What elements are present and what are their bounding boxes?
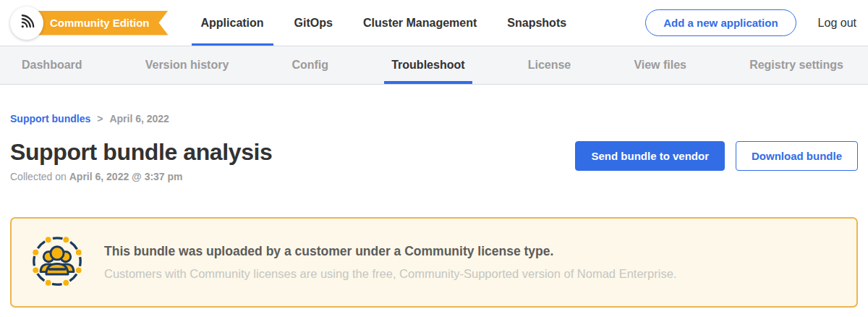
sub-nav-tab[interactable]: Config — [292, 46, 328, 84]
collected-timestamp: Collected on April 6, 2022 @ 3:37 pm — [10, 171, 272, 182]
header-buttons: Send bundle to vendor Download bundle — [575, 141, 858, 171]
collected-date: April 6, 2022 @ 3:37 pm — [69, 171, 183, 182]
sub-nav-tab[interactable]: Dashboard — [22, 46, 82, 84]
main-content: Support bundles > April 6, 2022 Support … — [0, 113, 868, 308]
breadcrumb-current: April 6, 2022 — [109, 113, 169, 124]
page-title: Support bundle analysis — [10, 139, 272, 166]
top-nav-tab[interactable]: Application — [186, 0, 279, 46]
add-new-application-button[interactable]: Add a new application — [645, 9, 796, 36]
notice-title: This bundle was uploaded by a customer u… — [104, 244, 676, 259]
download-bundle-button[interactable]: Download bundle — [736, 141, 858, 171]
top-nav-tabs: Application GitOps Cluster Management Sn… — [186, 0, 582, 46]
sub-nav-tab[interactable]: License — [528, 46, 571, 84]
community-people-icon — [29, 233, 85, 292]
send-bundle-to-vendor-button[interactable]: Send bundle to vendor — [575, 141, 725, 171]
top-nav-bar: Community Edition Application GitOps Clu… — [0, 0, 868, 46]
app-sub-nav: Dashboard Version history Config Trouble… — [0, 46, 868, 85]
sub-nav-tab[interactable]: Version history — [145, 46, 229, 84]
sub-nav-tab[interactable]: View files — [634, 46, 686, 84]
page-title-block: Support bundle analysis Collected on Apr… — [10, 139, 272, 182]
logout-link[interactable]: Log out — [818, 17, 856, 30]
brand: Community Edition — [10, 7, 169, 40]
page-header-row: Support bundle analysis Collected on Apr… — [10, 139, 858, 182]
breadcrumb-separator: > — [97, 113, 103, 124]
sub-nav-tab[interactable]: Troubleshoot — [391, 46, 464, 84]
top-nav-tab[interactable]: GitOps — [279, 0, 348, 46]
replicated-logo-icon — [17, 12, 37, 35]
sub-nav-tab[interactable]: Registry settings — [749, 46, 843, 84]
top-nav-tab[interactable]: Snapshots — [492, 0, 582, 46]
collected-prefix: Collected on — [10, 171, 67, 182]
community-license-notice: This bundle was uploaded by a customer u… — [10, 217, 858, 308]
notice-body: Customers with Community licenses are us… — [104, 267, 676, 281]
notice-text-block: This bundle was uploaded by a customer u… — [104, 244, 676, 281]
top-nav-tab[interactable]: Cluster Management — [348, 0, 492, 46]
top-nav-right: Add a new application Log out — [645, 9, 856, 36]
community-edition-badge: Community Edition — [27, 11, 169, 35]
breadcrumb: Support bundles > April 6, 2022 — [10, 113, 858, 124]
breadcrumb-support-bundles-link[interactable]: Support bundles — [10, 113, 90, 124]
app-logo[interactable] — [10, 7, 43, 40]
